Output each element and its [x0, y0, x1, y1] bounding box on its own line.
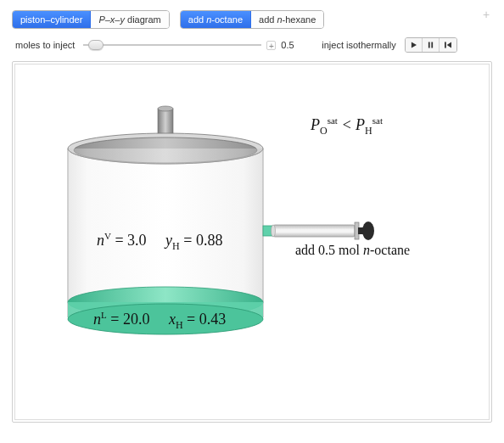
svg-rect-2	[431, 42, 433, 48]
moles-slider[interactable]	[83, 39, 261, 51]
view-mode-group: piston–cylinder P–x–y diagram	[12, 10, 170, 29]
syringe	[263, 222, 374, 240]
slider-value: 0.5	[281, 40, 303, 50]
add-n-octane-button[interactable]: add n-octane	[181, 11, 251, 28]
pause-button[interactable]	[423, 38, 440, 52]
expand-controls-icon[interactable]: +	[480, 8, 492, 20]
piston-cylinder-diagram	[15, 64, 490, 420]
diagram-canvas: POsat < PHsat add 0.5 mol n-octane nV = …	[14, 64, 490, 420]
psat-relation: POsat < PHsat	[311, 115, 383, 137]
slider-thumb[interactable]	[88, 40, 104, 50]
play-controls	[405, 37, 457, 53]
svg-rect-10	[273, 225, 355, 237]
pause-icon	[428, 42, 434, 48]
svg-rect-14	[358, 227, 365, 234]
svg-rect-3	[445, 42, 446, 48]
add-species-group: add n-octane add n-hexane	[180, 10, 325, 29]
view-pxy-diagram[interactable]: P–x–y diagram	[91, 11, 168, 28]
skip-start-icon	[445, 42, 451, 48]
svg-marker-4	[446, 42, 451, 48]
vapor-readout: nV = 3.0 yH = 0.88	[97, 231, 222, 253]
slider-label: moles to inject	[15, 40, 75, 50]
slider-expand-icon[interactable]: +	[266, 41, 276, 50]
add-n-hexane-button[interactable]: add n-hexane	[251, 11, 323, 28]
syringe-caption: add 0.5 mol n-octane	[295, 243, 410, 258]
reset-button[interactable]	[440, 38, 456, 52]
view-piston-cylinder[interactable]: piston–cylinder	[13, 11, 91, 28]
play-button[interactable]	[406, 38, 423, 52]
play-icon	[411, 42, 417, 48]
inject-label: inject isothermally	[322, 40, 395, 50]
svg-marker-0	[412, 42, 417, 48]
svg-point-11	[272, 225, 276, 237]
piston-rod-cap	[158, 106, 173, 111]
svg-rect-1	[428, 42, 430, 48]
canvas-frame: POsat < PHsat add 0.5 mol n-octane nV = …	[12, 61, 492, 423]
liquid-readout: nL = 20.0 xH = 0.43	[93, 310, 226, 332]
